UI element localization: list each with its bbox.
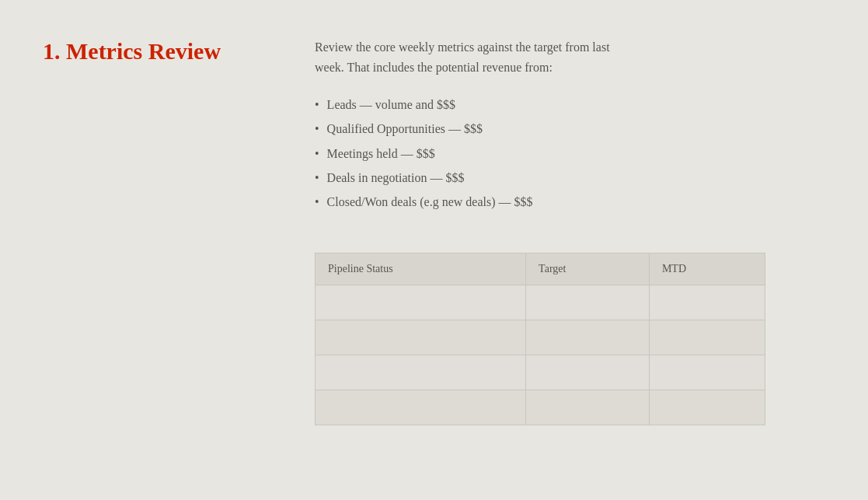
column-header-target: Target: [526, 253, 650, 285]
list-item-label: Meetings held — $$$: [327, 143, 435, 164]
intro-line2: week. That includes the potential revenu…: [315, 61, 553, 74]
list-item-label: Closed/Won deals (e.g new deals) — $$$: [327, 191, 533, 212]
table-cell: [649, 320, 765, 355]
table-cell: [649, 355, 765, 390]
table-cell: [649, 390, 765, 425]
list-item: Leads — volume and $$$: [315, 93, 821, 117]
table-cell: [315, 285, 526, 320]
metrics-table: Pipeline Status Target MTD: [315, 253, 765, 425]
list-item: Meetings held — $$$: [315, 142, 821, 166]
table-cell: [526, 320, 650, 355]
list-item-label: Qualified Opportunities — $$$: [327, 118, 483, 139]
table-row: [315, 285, 765, 320]
column-header-pipeline: Pipeline Status: [315, 253, 526, 285]
left-section: 1. Metrics Review: [43, 37, 237, 463]
table-row: [315, 390, 765, 425]
table-cell: [315, 390, 526, 425]
column-header-mtd: MTD: [649, 253, 765, 285]
list-item-label: Leads — volume and $$$: [327, 94, 455, 115]
table-cell: [526, 285, 650, 320]
page-container: 1. Metrics Review Review the core weekly…: [0, 0, 868, 500]
list-item: Qualified Opportunities — $$$: [315, 117, 821, 141]
table-cell: [526, 390, 650, 425]
table-header-row: Pipeline Status Target MTD: [315, 253, 765, 285]
table-cell: [526, 355, 650, 390]
intro-text: Review the core weekly metrics against t…: [315, 37, 821, 77]
right-section: Review the core weekly metrics against t…: [315, 37, 821, 463]
table-row: [315, 320, 765, 355]
table-cell: [649, 285, 765, 320]
table-section: Pipeline Status Target MTD: [315, 253, 821, 425]
intro-line1: Review the core weekly metrics against t…: [315, 40, 610, 54]
table-row: [315, 355, 765, 390]
bullet-list: Leads — volume and $$$ Qualified Opportu…: [315, 93, 821, 214]
list-item: Closed/Won deals (e.g new deals) — $$$: [315, 190, 821, 214]
list-item: Deals in negotiation — $$$: [315, 166, 821, 190]
table-cell: [315, 320, 526, 355]
list-item-label: Deals in negotiation — $$$: [327, 167, 465, 188]
table-cell: [315, 355, 526, 390]
page-title: 1. Metrics Review: [43, 37, 237, 65]
